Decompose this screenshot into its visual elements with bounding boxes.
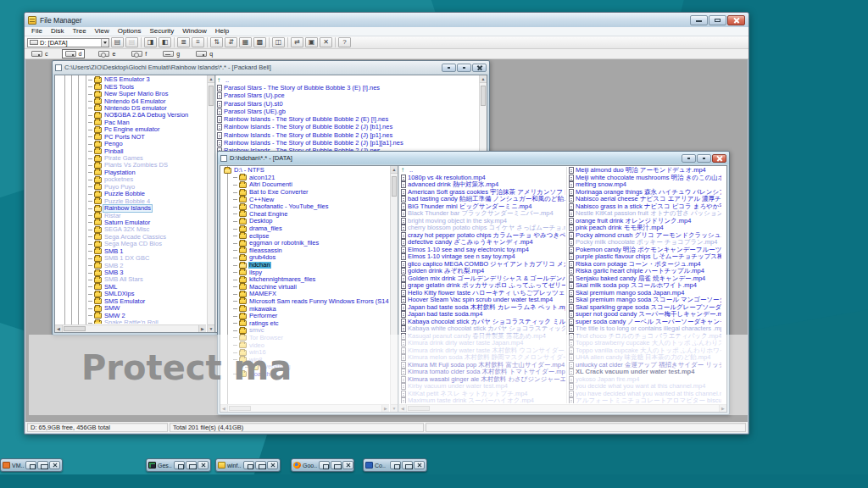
- tree-item[interactable]: Pinball: [56, 147, 206, 154]
- restore-button[interactable]: [25, 461, 36, 469]
- toolbar-button[interactable]: ▣: [305, 37, 318, 47]
- tree-item[interactable]: Nintendo 64 Emulator: [56, 97, 206, 104]
- tree-item[interactable]: Playstation: [56, 169, 206, 176]
- tree-item[interactable]: SMW 2: [56, 312, 206, 319]
- tree-item[interactable]: Pengo: [56, 141, 206, 147]
- maximize-button[interactable]: [697, 154, 711, 163]
- menu-item[interactable]: Window: [178, 27, 210, 36]
- tree-item[interactable]: Performer: [221, 313, 389, 320]
- tree-item[interactable]: fileassassin: [221, 247, 389, 255]
- file-item[interactable]: Parasol Stars - The Story of Bubble Bobb…: [217, 84, 478, 92]
- toolbar-button[interactable]: ✕: [320, 37, 332, 47]
- child-title-bar[interactable]: D:\hdchan\*.* - [DATA]: [218, 152, 729, 164]
- tree-item[interactable]: Microsoft Sam reads Funny Windows Errors…: [221, 298, 389, 306]
- tree-item[interactable]: Cheat Engine: [221, 211, 389, 219]
- scrollbar-thumb[interactable]: [209, 86, 214, 106]
- minimized-window[interactable]: Co..: [363, 458, 427, 472]
- scrollbar-thumb[interactable]: [481, 86, 486, 106]
- toolbar-button[interactable]: ⇵: [225, 37, 237, 47]
- tree-item[interactable]: Saturn Emulator: [56, 219, 206, 226]
- tree-item[interactable]: Puzzle Bobble 4: [56, 197, 206, 204]
- minimize-button[interactable]: [682, 154, 696, 163]
- maximize-button[interactable]: [457, 64, 471, 72]
- minimized-window[interactable]: Ges..: [146, 458, 211, 472]
- tree-item[interactable]: kitchennightmares_files: [221, 276, 389, 284]
- child-title-bar[interactable]: C:\Users\ZIO\Desktop\Giochi Emulati\Rain…: [53, 61, 489, 74]
- toolbar-button[interactable]: ▦: [239, 37, 252, 47]
- tree-item[interactable]: Plants Vs Zombies DS: [56, 162, 206, 169]
- title-bar[interactable]: File Manager: [25, 13, 748, 27]
- tree-item[interactable]: pocketnes: [56, 176, 206, 183]
- toolbar-button[interactable]: ▩: [253, 37, 266, 47]
- tree-item[interactable]: SMS Emulator: [56, 298, 206, 305]
- menu-item[interactable]: File: [27, 27, 47, 36]
- file-item[interactable]: Rainbow Islands - The Story of Bubble Bo…: [217, 124, 478, 131]
- tree-item[interactable]: NO$GBA 2.6A Debug Version: [56, 112, 206, 119]
- file-item[interactable]: Parasol Stars (U).st0: [217, 100, 478, 108]
- toolbar-button[interactable]: ◫: [272, 37, 285, 47]
- menu-item[interactable]: Disk: [47, 27, 69, 36]
- toolbar-button[interactable]: ▤: [125, 37, 138, 47]
- minimized-window[interactable]: Goo..: [291, 458, 354, 472]
- tree-item[interactable]: SMLDXips: [56, 291, 206, 297]
- tree-item[interactable]: D:\ - NTFS: [221, 167, 389, 175]
- tree-item[interactable]: SML: [56, 284, 206, 291]
- file-item[interactable]: Parasol Stars (UE).gb: [217, 108, 478, 115]
- toolbar-button[interactable]: ◨: [144, 37, 157, 47]
- tree-item[interactable]: C++New: [221, 196, 389, 203]
- tree-item[interactable]: Pac Man: [56, 119, 206, 126]
- maximize-button[interactable]: [37, 461, 48, 469]
- tree-item[interactable]: hdchan: [221, 262, 389, 269]
- toolbar-button[interactable]: ⇅: [210, 37, 223, 47]
- tree-item[interactable]: Ristar: [56, 212, 206, 219]
- minimized-window[interactable]: winf..: [215, 458, 281, 472]
- tree-item[interactable]: Bat to Exe Converter: [221, 189, 389, 197]
- close-button[interactable]: [712, 154, 726, 163]
- tree-item[interactable]: SMB 1: [56, 248, 206, 255]
- restore-button[interactable]: [174, 461, 185, 469]
- tree-item[interactable]: SEGA 32X Misc: [56, 226, 206, 233]
- tree-item[interactable]: Altri Documenti: [221, 181, 389, 189]
- menu-item[interactable]: Tree: [68, 27, 90, 36]
- tree-item[interactable]: Pirate Games: [56, 155, 206, 162]
- tree-item[interactable]: NES Tools: [56, 83, 206, 90]
- tree-item[interactable]: SMB 3: [56, 269, 206, 276]
- tree-item[interactable]: eggman or robotnik_files: [221, 240, 389, 247]
- tree-item[interactable]: Sega Arcade Classics: [56, 234, 206, 241]
- menu-item[interactable]: View: [91, 27, 114, 36]
- menu-item[interactable]: Help: [211, 27, 233, 36]
- tree-horizontal-scrollbar[interactable]: [55, 324, 206, 332]
- close-button[interactable]: [198, 461, 209, 469]
- tree-item[interactable]: Sega Mega CD Bios: [56, 241, 206, 247]
- minimize-button[interactable]: [690, 15, 708, 25]
- restore-button[interactable]: [243, 461, 254, 469]
- tree-item[interactable]: Nintendo DS emulator: [56, 105, 206, 112]
- tree-item[interactable]: grub4dos: [221, 254, 389, 262]
- file-item[interactable]: Rainbow Islands - The Story of Bubble Bo…: [217, 139, 478, 147]
- drive-button[interactable]: q: [193, 49, 215, 58]
- tree-item[interactable]: Macchine virtuali: [221, 284, 389, 291]
- toolbar-button[interactable]: ?: [338, 37, 351, 47]
- toolbar-button[interactable]: [174, 37, 175, 47]
- close-button[interactable]: [49, 461, 60, 469]
- file-item[interactable]: Rainbow Islands - The Story of Bubble Bo…: [217, 131, 478, 139]
- tree-item[interactable]: SMB 2: [56, 262, 206, 269]
- tree-item[interactable]: SMB All Stars: [56, 276, 206, 283]
- tree-item[interactable]: Puzzle Bobble: [56, 191, 206, 197]
- restore-button[interactable]: [319, 461, 330, 469]
- maximize-button[interactable]: [186, 461, 197, 469]
- drive-button[interactable]: d: [62, 49, 86, 58]
- tree-item[interactable]: ratings etc: [221, 319, 389, 327]
- file-item[interactable]: Parasol Stars (U).pce: [217, 92, 478, 100]
- tree-item[interactable]: Rainbow Islands: [56, 205, 206, 212]
- tree-item[interactable]: SMW: [56, 305, 206, 312]
- tree-item[interactable]: aicon121: [221, 175, 389, 182]
- scrollbar-thumb[interactable]: [392, 176, 397, 197]
- minimized-window[interactable]: VM..: [0, 458, 63, 472]
- drive-button[interactable]: f: [129, 49, 149, 58]
- restore-button[interactable]: [390, 461, 401, 469]
- file-item[interactable]: Rainbow Islands - The Story of Bubble Bo…: [217, 115, 478, 123]
- close-button[interactable]: [472, 64, 487, 72]
- minimize-button[interactable]: [442, 64, 456, 72]
- drive-button[interactable]: e: [96, 49, 118, 58]
